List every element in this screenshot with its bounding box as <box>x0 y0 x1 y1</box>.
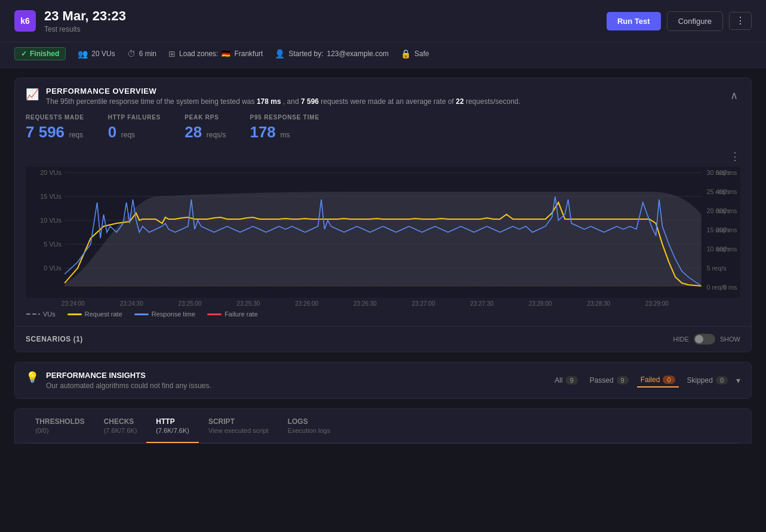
chart-icon: 📈 <box>26 88 39 101</box>
tab-passed-label: Passed <box>590 376 614 385</box>
header-actions: Run Test Configure ⋮ <box>607 11 752 31</box>
legend-response-time-label: Response time <box>152 310 195 318</box>
svg-text:0 ms: 0 ms <box>723 284 737 291</box>
tab-thresholds-name: THRESHOLDS <box>35 417 85 426</box>
tab-http-name: HTTP <box>156 417 189 426</box>
legend-response-time: Response time <box>134 310 195 318</box>
chart-more-button[interactable]: ⋮ <box>730 150 740 163</box>
legend-vus: VUs <box>26 310 56 318</box>
svg-text:400 ms: 400 ms <box>716 189 737 195</box>
insights-tabs: All 9 Passed 9 Failed 0 Skipped 0 <box>551 373 740 388</box>
x-label-3: 23:25:30 <box>236 300 260 307</box>
users-icon: 👥 <box>78 49 88 59</box>
app-container: k6 23 Mar, 23:23 Test results Run Test C… <box>0 0 766 532</box>
finished-badge: ✓ Finished <box>14 47 66 60</box>
chart-container: ⋮ <box>15 150 751 326</box>
tab-logs-sub: Execution logs <box>288 427 331 434</box>
legend-failure-rate-label: Failure rate <box>224 310 258 318</box>
card-title-group: PERFORMANCE OVERVIEW The 95th percentile… <box>46 87 521 106</box>
tab-passed[interactable]: Passed 9 <box>586 374 632 387</box>
tab-http[interactable]: HTTP (7.6K/7.6K) <box>146 409 199 442</box>
svg-text:200 ms: 200 ms <box>716 227 737 233</box>
collapse-button[interactable]: ∧ <box>728 87 740 104</box>
show-label: SHOW <box>720 336 740 343</box>
tab-failed-label: Failed <box>641 376 660 384</box>
x-label-1: 23:24:30 <box>120 300 143 307</box>
tab-logs[interactable]: LOGS Execution logs <box>278 409 340 442</box>
svg-text:5 VUs: 5 VUs <box>44 241 61 248</box>
tab-script[interactable]: SCRIPT View executed script <box>199 409 278 442</box>
tab-all[interactable]: All 9 <box>551 374 581 387</box>
tab-skipped[interactable]: Skipped 0 <box>684 374 732 387</box>
more-options-button[interactable]: ⋮ <box>729 12 752 30</box>
overview-subtitle: The 95th percentile response time of the… <box>46 97 521 106</box>
toggle-switch[interactable] <box>694 334 715 345</box>
configure-button[interactable]: Configure <box>667 11 723 31</box>
tab-checks-sub: (7.6K/7.6K) <box>104 427 137 434</box>
p95-response-metric: P95 RESPONSE TIME 178 ms <box>250 114 319 142</box>
insights-subtitle: Our automated algorithms could not find … <box>46 382 211 390</box>
vus-value: 20 VUs <box>91 50 115 58</box>
requests-made-metric: REQUESTS MADE 7 596 reqs <box>26 114 84 142</box>
p95-response-unit: ms <box>280 131 290 139</box>
insights-icon: 💡 <box>26 371 39 384</box>
performance-overview-card: 📈 PERFORMANCE OVERVIEW The 95th percenti… <box>14 78 752 352</box>
safe-label: Safe <box>414 50 429 58</box>
requests-made-label: REQUESTS MADE <box>26 114 84 121</box>
header-left: k6 23 Mar, 23:23 Test results <box>14 8 126 33</box>
legend-request-rate-label: Request rate <box>85 310 122 318</box>
tab-all-label: All <box>555 376 562 385</box>
tab-all-badge: 9 <box>565 376 577 385</box>
svg-text:300 ms: 300 ms <box>716 208 737 214</box>
svg-text:100 ms: 100 ms <box>716 246 737 253</box>
status-bar: ✓ Finished 👥 20 VUs ⏱ 6 min ⊞ Load zones… <box>0 42 766 68</box>
tabs-row: THRESHOLDS (0/0) CHECKS (7.6K/7.6K) HTTP… <box>26 409 740 443</box>
x-label-5: 23:26:30 <box>353 300 377 307</box>
legend-failure-rate-line <box>207 313 222 315</box>
legend-failure-rate: Failure rate <box>207 310 258 318</box>
tab-thresholds[interactable]: THRESHOLDS (0/0) <box>26 409 94 442</box>
legend-vus-label: VUs <box>43 310 56 318</box>
chart-toolbar: ⋮ <box>26 150 740 167</box>
started-label: Started by: <box>288 50 323 58</box>
lock-icon: 🔒 <box>401 49 411 59</box>
insights-title-group: PERFORMANCE INSIGHTS Our automated algor… <box>46 371 211 390</box>
bottom-tabs: THRESHOLDS (0/0) CHECKS (7.6K/7.6K) HTTP… <box>14 408 752 444</box>
load-zones-name: Frankfurt <box>234 50 263 58</box>
insights-header: 💡 PERFORMANCE INSIGHTS Our automated alg… <box>26 371 740 390</box>
tab-http-sub: (7.6K/7.6K) <box>156 427 189 434</box>
page-subtitle: Test results <box>44 25 126 33</box>
load-zones-status: ⊞ Load zones: 🇩🇪 Frankfurt <box>168 49 263 59</box>
toggle-thumb <box>695 335 703 343</box>
x-label-8: 23:28:00 <box>528 300 552 307</box>
overview-title: PERFORMANCE OVERVIEW <box>46 87 521 96</box>
tab-skipped-badge: 0 <box>716 376 728 385</box>
subtitle-requests: 7 596 <box>301 97 319 106</box>
p95-response-value: 178 <box>250 123 275 141</box>
tab-checks[interactable]: CHECKS (7.6K/7.6K) <box>94 409 147 442</box>
tab-skipped-label: Skipped <box>687 376 713 385</box>
run-test-button[interactable]: Run Test <box>607 12 661 30</box>
metrics-row: REQUESTS MADE 7 596 reqs HTTP FAILURES 0… <box>15 106 751 150</box>
peak-rps-metric: PEAK RPS 28 reqs/s <box>184 114 226 142</box>
svg-text:15 VUs: 15 VUs <box>40 193 61 200</box>
tab-logs-name: LOGS <box>288 417 331 426</box>
requests-made-value: 7 596 <box>26 123 64 141</box>
x-label-6: 23:27:00 <box>412 300 435 307</box>
tab-thresholds-sub: (0/0) <box>35 427 85 434</box>
subtitle-end: requests/second. <box>466 97 520 106</box>
tab-failed[interactable]: Failed 0 <box>637 373 679 388</box>
insights-left: 💡 PERFORMANCE INSIGHTS Our automated alg… <box>26 371 211 390</box>
main-content: 📈 PERFORMANCE OVERVIEW The 95th percenti… <box>0 68 766 453</box>
insights-dropdown-icon[interactable]: ▾ <box>736 376 740 385</box>
legend-request-rate: Request rate <box>67 310 122 318</box>
subtitle-mid: , and <box>283 97 299 106</box>
x-label-2: 23:25:00 <box>179 300 202 307</box>
http-failures-value: 0 <box>108 123 116 141</box>
x-label-9: 23:28:30 <box>587 300 610 307</box>
subtitle-post: requests were made at an average rate of <box>321 97 454 106</box>
chart-svg: 20 VUs 15 VUs 10 VUs 5 VUs 0 VUs 30 req/… <box>26 167 740 298</box>
peak-rps-unit: reqs/s <box>207 131 226 139</box>
insights-title: PERFORMANCE INSIGHTS <box>46 371 211 380</box>
x-label-4: 23:26:00 <box>295 300 318 307</box>
